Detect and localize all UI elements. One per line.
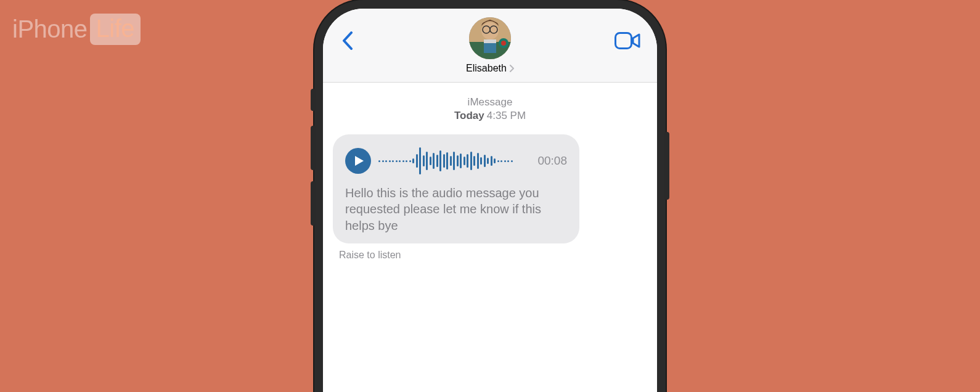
play-icon bbox=[354, 155, 364, 166]
svg-rect-0 bbox=[616, 33, 632, 49]
timestamp: Today4:35 PM bbox=[333, 110, 647, 122]
volume-down-button bbox=[311, 181, 316, 226]
phone-screen: Elisabeth iMessage Today4:35 PM bbox=[323, 9, 657, 392]
mute-switch bbox=[311, 89, 316, 111]
video-icon bbox=[615, 32, 640, 49]
service-label: iMessage bbox=[333, 96, 647, 108]
audio-transcription: Hello this is the audio message you requ… bbox=[345, 185, 567, 234]
raise-to-listen-hint: Raise to listen bbox=[339, 250, 647, 261]
contact-name: Elisabeth bbox=[466, 63, 507, 74]
conversation-area[interactable]: iMessage Today4:35 PM bbox=[323, 83, 657, 261]
watermark: iPhone Life bbox=[12, 14, 141, 45]
contact-avatar[interactable] bbox=[469, 17, 511, 59]
back-button[interactable] bbox=[334, 27, 361, 54]
watermark-box: Life bbox=[90, 14, 141, 45]
play-button[interactable] bbox=[345, 148, 371, 174]
chevron-left-icon bbox=[342, 31, 353, 50]
chevron-right-icon bbox=[509, 65, 514, 72]
video-call-button[interactable] bbox=[614, 27, 641, 54]
audio-waveform[interactable] bbox=[378, 145, 530, 176]
audio-message-bubble[interactable]: 00:08 Hello this is the audio message yo… bbox=[333, 134, 579, 243]
volume-up-button bbox=[311, 126, 316, 170]
audio-player-row: 00:08 bbox=[345, 145, 567, 176]
side-button bbox=[664, 132, 669, 200]
timestamp-time: 4:35 PM bbox=[487, 110, 526, 121]
conversation-header: Elisabeth bbox=[323, 9, 657, 83]
watermark-prefix: iPhone bbox=[12, 15, 88, 43]
svg-rect-5 bbox=[484, 39, 496, 43]
phone-frame: Elisabeth iMessage Today4:35 PM bbox=[314, 0, 666, 392]
contact-info-button[interactable]: Elisabeth bbox=[466, 63, 514, 74]
audio-duration: 00:08 bbox=[537, 154, 567, 168]
timestamp-day: Today bbox=[454, 110, 484, 121]
svg-point-9 bbox=[501, 41, 506, 46]
